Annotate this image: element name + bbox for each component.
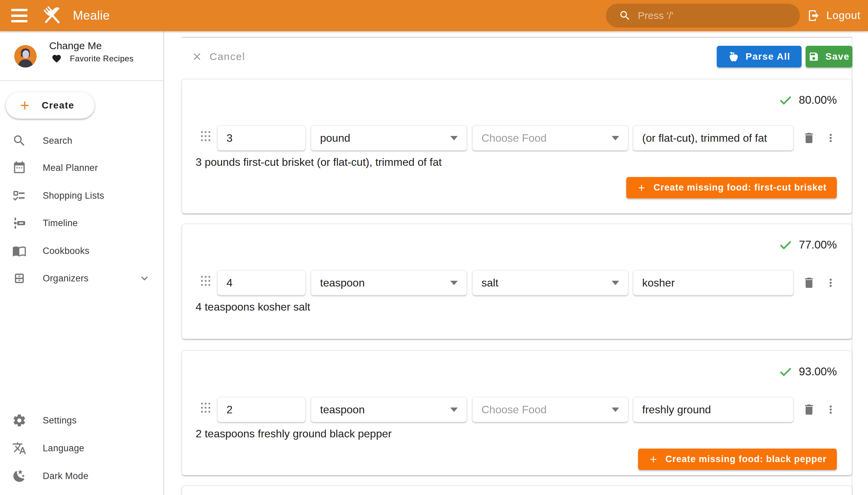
cancel-label: Cancel: [209, 51, 245, 62]
save-button[interactable]: Save: [806, 46, 852, 67]
ingredient-input-row: teaspoon salt: [201, 270, 837, 295]
sidebar-item-meal-planner[interactable]: Meal Planner: [0, 154, 163, 182]
logout-button[interactable]: Logout: [807, 0, 861, 31]
sidebar-item-timeline[interactable]: Timeline: [0, 209, 163, 237]
sidebar-item-cookbooks[interactable]: Cookbooks: [0, 237, 163, 264]
delete-icon[interactable]: [802, 403, 816, 416]
sidebar-item-dark-mode[interactable]: Dark Mode: [0, 462, 163, 490]
cabinet-icon: [12, 271, 27, 286]
calendar-icon: [12, 161, 27, 175]
drag-handle-icon[interactable]: [201, 131, 210, 145]
apple-icon: [728, 51, 739, 62]
confidence-indicator: 93.00%: [779, 364, 837, 379]
confidence-value: 93.00%: [799, 365, 837, 378]
drag-handle-icon[interactable]: [201, 276, 210, 290]
parse-all-button[interactable]: Parse All: [717, 46, 802, 67]
save-icon: [808, 51, 819, 62]
note-input[interactable]: [633, 404, 793, 416]
food-select[interactable]: salt: [472, 270, 628, 295]
quantity-field[interactable]: [217, 397, 306, 422]
parse-all-label: Parse All: [746, 51, 790, 62]
food-select[interactable]: Choose Food: [472, 125, 628, 151]
search-input[interactable]: [638, 10, 780, 21]
global-search[interactable]: [606, 4, 800, 28]
confidence-value: 80.00%: [799, 93, 837, 106]
drag-handle-icon[interactable]: [201, 403, 210, 416]
sidebar-item-search[interactable]: Search: [0, 127, 163, 154]
plus-icon: [648, 454, 659, 464]
unit-value: teaspoon: [311, 404, 365, 416]
dropdown-caret-icon: [612, 281, 619, 285]
confidence-value: 77.00%: [799, 238, 837, 251]
sidebar-item-organizers[interactable]: Organizers: [0, 265, 163, 292]
mealie-logo-icon: [41, 3, 64, 28]
ingredient-card: 93.00% teaspoon Choo: [182, 351, 852, 475]
moon-stars-icon: [12, 469, 27, 483]
book-open-icon: [12, 244, 27, 258]
dropdown-caret-icon: [450, 281, 458, 285]
kebab-menu-icon[interactable]: [824, 132, 837, 144]
create-missing-food-button[interactable]: Create missing food: black pepper: [638, 448, 837, 470]
save-label: Save: [825, 51, 849, 62]
sidebar: Change Me Favorite Recipes Create Search: [0, 31, 164, 495]
ingredient-input-row: teaspoon Choose Food: [201, 397, 837, 422]
sidebar-item-label: Meal Planner: [43, 163, 98, 173]
ingredient-card: 80.00% pound Choose: [182, 79, 852, 214]
sidebar-item-label: Language: [43, 443, 84, 454]
unit-select[interactable]: pound: [311, 125, 467, 151]
translate-icon: [12, 441, 27, 455]
confidence-indicator: 77.00%: [779, 238, 837, 252]
note-input[interactable]: [633, 277, 793, 289]
mealie-app: Mealie Logout: [0, 0, 868, 495]
kebab-menu-icon[interactable]: [824, 277, 837, 289]
quantity-input[interactable]: [218, 277, 305, 289]
create-missing-food-button[interactable]: Create missing food: first-cut brisket: [626, 177, 837, 198]
note-field[interactable]: [633, 270, 794, 295]
delete-icon[interactable]: [802, 276, 816, 290]
create-label: Create: [42, 100, 74, 111]
create-missing-food-label: Create missing food: black pepper: [665, 454, 827, 464]
sidebar-item-shopping-lists[interactable]: Shopping Lists: [0, 182, 163, 209]
parser-toolbar: Cancel Parse All Save: [182, 46, 852, 67]
check-icon: [779, 238, 793, 252]
note-input[interactable]: [633, 132, 793, 144]
kebab-menu-icon[interactable]: [824, 404, 837, 416]
original-ingredient-text: 2 teaspoons freshly ground black pepper: [195, 428, 392, 440]
favorite-recipes-link[interactable]: Favorite Recipes: [52, 54, 134, 64]
note-field[interactable]: [633, 125, 794, 151]
unit-select[interactable]: teaspoon: [311, 397, 467, 422]
magnify-icon: [12, 134, 27, 148]
quantity-input[interactable]: [218, 132, 305, 144]
gear-icon: [12, 413, 27, 428]
unit-select[interactable]: teaspoon: [311, 270, 467, 295]
sidebar-item-language[interactable]: Language: [0, 434, 163, 462]
menu-icon[interactable]: [11, 9, 28, 22]
delete-icon[interactable]: [802, 131, 816, 145]
note-field[interactable]: [633, 397, 794, 422]
ingredient-card-partial: [182, 485, 852, 495]
food-placeholder: Choose Food: [473, 132, 547, 144]
checklist-icon: [12, 188, 27, 203]
sidebar-item-settings[interactable]: Settings: [0, 407, 163, 434]
app-title: Mealie: [73, 8, 110, 23]
quantity-field[interactable]: [217, 270, 306, 295]
quantity-input[interactable]: [218, 404, 305, 416]
original-ingredient-text: 4 teaspoons kosher salt: [195, 301, 310, 313]
favorite-recipes-label: Favorite Recipes: [70, 54, 134, 63]
sidebar-item-label: Timeline: [43, 218, 78, 228]
main-content: Cancel Parse All Save 80.00%: [164, 31, 868, 495]
dropdown-caret-icon: [612, 408, 619, 412]
unit-value: pound: [311, 132, 350, 144]
plus-icon: [18, 99, 32, 112]
sidebar-item-label: Search: [43, 136, 72, 146]
scroll-top-divider: [182, 37, 852, 38]
logout-icon: [807, 9, 820, 22]
check-icon: [779, 93, 793, 107]
avatar[interactable]: [14, 45, 37, 67]
check-icon: [779, 364, 793, 379]
quantity-field[interactable]: [217, 125, 306, 151]
dropdown-caret-icon: [612, 136, 619, 140]
food-select[interactable]: Choose Food: [472, 397, 628, 422]
cancel-button[interactable]: Cancel: [191, 46, 245, 67]
create-button[interactable]: Create: [6, 92, 95, 119]
